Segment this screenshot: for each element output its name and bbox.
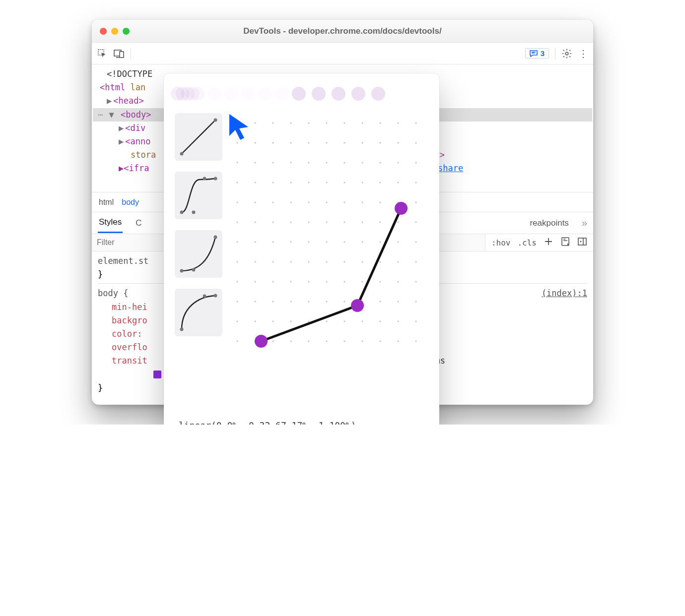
svg-point-20 (254, 122, 256, 123)
svg-point-60 (379, 182, 381, 183)
settings-gear-icon[interactable] (561, 48, 572, 59)
caret-down-icon: ▼ (109, 110, 114, 120)
hov-toggle[interactable]: :hov (491, 238, 511, 247)
svg-point-66 (290, 201, 291, 203)
svg-point-3 (565, 52, 568, 55)
devtools-toolbar: 3 ⋮ (92, 43, 593, 64)
device-preview-icon[interactable] (560, 237, 570, 248)
svg-point-40 (415, 142, 416, 143)
svg-point-151 (255, 335, 268, 348)
svg-point-12 (203, 177, 206, 181)
svg-point-32 (272, 142, 274, 143)
svg-point-65 (272, 201, 274, 203)
preset-ease-out[interactable] (175, 289, 222, 336)
svg-point-123 (326, 301, 327, 302)
caret-right-icon: ▶ (107, 96, 112, 106)
svg-point-133 (308, 320, 309, 322)
svg-point-104 (379, 261, 381, 262)
svg-point-41 (236, 162, 238, 163)
svg-point-61 (397, 182, 399, 183)
more-tabs-icon[interactable]: » (582, 217, 587, 229)
window-title: DevTools - developer.chrome.com/docs/dev… (92, 26, 593, 36)
svg-point-116 (397, 281, 399, 282)
svg-point-146 (343, 340, 345, 342)
svg-point-74 (236, 221, 238, 223)
svg-point-130 (254, 320, 256, 322)
svg-point-140 (236, 340, 238, 342)
preset-ease-in[interactable] (175, 230, 222, 278)
svg-point-49 (379, 162, 381, 163)
svg-point-86 (254, 241, 256, 243)
svg-point-111 (308, 281, 309, 282)
easing-swatch-icon[interactable] (153, 370, 161, 378)
close-window-button[interactable] (100, 28, 107, 35)
new-rule-icon[interactable] (544, 237, 553, 248)
tab-computed[interactable]: C (135, 214, 142, 233)
breadcrumb-item-body[interactable]: body (122, 198, 139, 207)
svg-point-9 (180, 211, 184, 214)
svg-point-73 (415, 201, 416, 203)
svg-point-54 (272, 182, 274, 183)
svg-point-93 (379, 241, 381, 243)
svg-point-107 (236, 281, 238, 282)
svg-point-96 (236, 261, 238, 262)
svg-point-149 (397, 340, 399, 342)
preset-ease-in-out[interactable] (175, 172, 222, 219)
svg-point-79 (326, 221, 327, 223)
svg-point-38 (379, 142, 381, 143)
svg-point-100 (308, 261, 309, 262)
issues-badge[interactable]: 3 (525, 48, 549, 59)
easing-editor-popover[interactable]: document.write(Array.from({length:10},(_… (164, 73, 439, 425)
svg-point-24 (326, 122, 327, 123)
svg-point-51 (415, 162, 416, 163)
svg-point-145 (326, 340, 327, 342)
svg-point-69 (343, 201, 345, 203)
cls-toggle[interactable]: .cls (517, 238, 537, 247)
svg-point-13 (180, 269, 184, 273)
svg-point-44 (290, 162, 291, 163)
tab-styles[interactable]: Styles (98, 213, 123, 233)
svg-point-42 (254, 162, 256, 163)
svg-point-124 (343, 301, 345, 302)
minimize-window-button[interactable] (111, 28, 118, 35)
svg-point-103 (361, 261, 363, 262)
svg-point-92 (361, 241, 363, 243)
svg-point-115 (379, 281, 381, 282)
svg-point-122 (308, 301, 309, 302)
svg-point-29 (415, 122, 416, 123)
tab-breakpoints[interactable]: reakpoints (529, 214, 569, 233)
svg-point-22 (290, 122, 291, 123)
svg-point-117 (415, 281, 416, 282)
svg-point-121 (290, 301, 291, 302)
svg-point-120 (272, 301, 274, 302)
svg-point-136 (361, 320, 363, 322)
toggle-sidebar-icon[interactable] (577, 237, 587, 248)
svg-point-139 (415, 320, 416, 322)
maximize-window-button[interactable] (123, 28, 130, 35)
svg-point-94 (397, 241, 399, 243)
devtools-window: DevTools - developer.chrome.com/docs/dev… (92, 20, 593, 405)
svg-point-108 (254, 281, 256, 282)
svg-point-99 (290, 261, 291, 262)
svg-point-148 (379, 340, 381, 342)
svg-point-62 (415, 182, 416, 183)
chat-icon (530, 50, 538, 57)
preset-linear[interactable] (175, 113, 222, 161)
svg-point-138 (397, 320, 399, 322)
svg-point-25 (343, 122, 345, 123)
rule-source-link[interactable]: (index):1 (542, 287, 587, 300)
svg-point-101 (326, 261, 327, 262)
easing-graph[interactable]: (function(){ const g=document.getElement… (227, 113, 427, 336)
svg-point-67 (308, 201, 309, 203)
svg-point-87 (272, 241, 274, 243)
svg-point-95 (415, 241, 416, 243)
device-toolbar-icon[interactable] (114, 48, 125, 59)
svg-point-132 (290, 320, 291, 322)
svg-point-52 (236, 182, 238, 183)
svg-point-88 (290, 241, 291, 243)
breadcrumb-item-html[interactable]: html (99, 198, 114, 207)
svg-point-59 (361, 182, 363, 183)
inspect-element-icon[interactable] (97, 48, 108, 59)
svg-point-26 (361, 122, 363, 123)
more-menu-icon[interactable]: ⋮ (578, 48, 588, 60)
